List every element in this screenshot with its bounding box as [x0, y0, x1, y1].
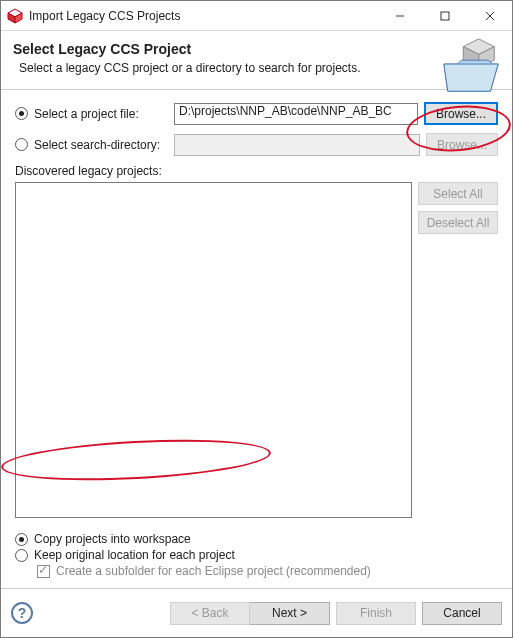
search-dir-row: Select search-directory: Browse...	[15, 133, 498, 156]
back-button: < Back	[170, 602, 250, 625]
keep-option-radio[interactable]	[15, 549, 28, 562]
browse-dir-button: Browse...	[426, 133, 498, 156]
subfolder-option-row: Create a subfolder for each Eclipse proj…	[15, 564, 498, 578]
help-button[interactable]: ?	[11, 602, 33, 624]
window-title: Import Legacy CCS Projects	[29, 9, 377, 23]
discovered-row: Select All Deselect All	[15, 182, 498, 518]
discovered-list[interactable]	[15, 182, 412, 518]
copy-option-label[interactable]: Copy projects into workspace	[34, 532, 191, 546]
copy-option-radio[interactable]	[15, 533, 28, 546]
deselect-all-button: Deselect All	[418, 211, 498, 234]
maximize-button[interactable]	[422, 1, 467, 30]
page-description: Select a legacy CCS project or a directo…	[19, 61, 500, 75]
project-file-label[interactable]: Select a project file:	[34, 107, 174, 121]
search-dir-input	[174, 134, 420, 156]
minimize-button[interactable]	[377, 1, 422, 30]
page-title: Select Legacy CCS Project	[13, 41, 500, 57]
project-file-row: Select a project file: D:\projects\NNP_A…	[15, 102, 498, 125]
titlebar: Import Legacy CCS Projects	[1, 1, 512, 31]
discovered-label: Discovered legacy projects:	[15, 164, 498, 178]
cube-icon	[7, 8, 23, 24]
close-button[interactable]	[467, 1, 512, 30]
svg-rect-4	[441, 12, 449, 20]
project-file-radio[interactable]	[15, 107, 28, 120]
finish-button: Finish	[336, 602, 416, 625]
project-file-input[interactable]: D:\projects\NNP_AB\code\NNP_AB_BC	[174, 103, 418, 125]
subfolder-checkbox	[37, 565, 50, 578]
window-buttons	[377, 1, 512, 30]
dialog-window: Import Legacy CCS Projects Select Legacy…	[0, 0, 513, 638]
folder-cube-icon	[440, 35, 502, 97]
cancel-button[interactable]: Cancel	[422, 602, 502, 625]
wizard-content: Select a project file: D:\projects\NNP_A…	[1, 90, 512, 588]
subfolder-label: Create a subfolder for each Eclipse proj…	[56, 564, 371, 578]
keep-option-label[interactable]: Keep original location for each project	[34, 548, 235, 562]
browse-project-button[interactable]: Browse...	[424, 102, 498, 125]
search-dir-radio[interactable]	[15, 138, 28, 151]
options-group: Copy projects into workspace Keep origin…	[15, 532, 498, 580]
next-button[interactable]: Next >	[250, 602, 330, 625]
copy-option-row: Copy projects into workspace	[15, 532, 498, 546]
keep-option-row: Keep original location for each project	[15, 548, 498, 562]
wizard-footer: ? < Back Next > Finish Cancel	[1, 589, 512, 637]
list-buttons: Select All Deselect All	[418, 182, 498, 518]
search-dir-label[interactable]: Select search-directory:	[34, 138, 174, 152]
select-all-button: Select All	[418, 182, 498, 205]
wizard-header: Select Legacy CCS Project Select a legac…	[1, 31, 512, 90]
